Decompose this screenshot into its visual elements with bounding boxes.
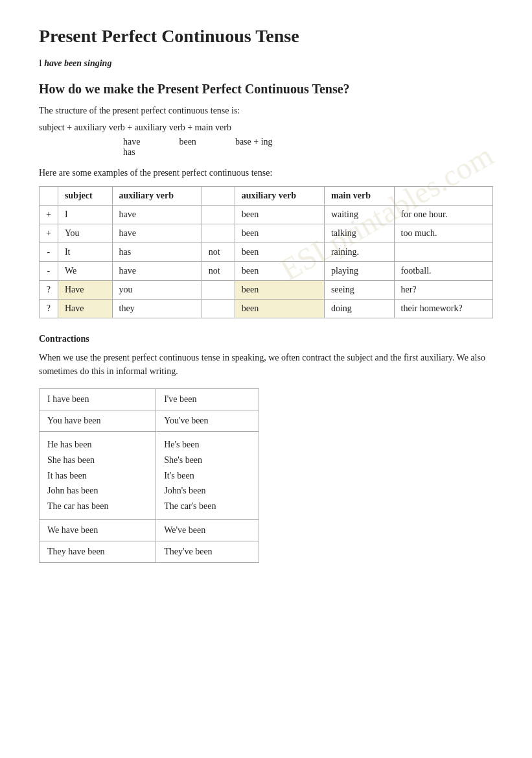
have-has-col: have has [123, 137, 140, 158]
extra-cell [394, 243, 493, 262]
full-form-cell: He has beenShe has beenIt has beenJohn h… [40, 432, 156, 520]
col-header-subject: subject [58, 187, 112, 206]
extra-cell: her? [394, 281, 493, 300]
contracted-form-cell: I've been [156, 389, 259, 410]
aux2-cell: been [235, 300, 324, 318]
contraction-row: I have been I've been [40, 389, 259, 410]
aux1-cell: you [112, 281, 202, 300]
contraction-row: We have been We've been [40, 519, 259, 541]
main-verb-cell: seeing [324, 281, 394, 300]
aux1-cell: have [112, 262, 202, 281]
col-header-blank [202, 187, 235, 206]
aux2-cell: been [235, 224, 324, 243]
been-label: been [179, 137, 196, 147]
col-header-aux2: auxiliary verb [235, 187, 324, 206]
not-cell: not [202, 262, 235, 281]
section1-heading: How do we make the Present Perfect Conti… [39, 82, 493, 97]
extra-cell: football. [394, 262, 493, 281]
main-verb-cell: waiting [324, 206, 394, 224]
full-form-cell: They have been [40, 541, 156, 562]
structure-detail: have has been base + ing [123, 137, 493, 158]
main-verb-cell: raining. [324, 243, 394, 262]
extra-cell: for one hour. [394, 206, 493, 224]
table-row: - It has not been raining. [40, 243, 493, 262]
subject-cell: Have [58, 300, 112, 318]
sign-cell: - [40, 262, 58, 281]
not-cell [202, 281, 235, 300]
sign-cell: + [40, 224, 58, 243]
structure-description: The structure of the present perfect con… [39, 106, 493, 116]
have-label: have [123, 137, 140, 147]
subtitle-italic: have been singing [44, 58, 111, 68]
contraction-row: You have been You've been [40, 410, 259, 432]
contraction-row: They have been They've been [40, 541, 259, 562]
contracted-form-cell: You've been [156, 410, 259, 432]
col-header-sign [40, 187, 58, 206]
base-ing-col: base + ing [235, 137, 273, 158]
contracted-form-cell: He's beenShe's beenIt's beenJohn's beenT… [156, 432, 259, 520]
subject-cell: It [58, 243, 112, 262]
subtitle: I have been singing [39, 58, 493, 69]
subject-cell: I [58, 206, 112, 224]
full-form-cell: You have been [40, 410, 156, 432]
extra-cell: their homework? [394, 300, 493, 318]
aux2-cell: been [235, 281, 324, 300]
examples-table: subject auxiliary verb auxiliary verb ma… [39, 186, 493, 318]
aux2-cell: been [235, 262, 324, 281]
table-row: + I have been waiting for one hour. [40, 206, 493, 224]
not-cell [202, 206, 235, 224]
contracted-form-cell: They've been [156, 541, 259, 562]
table-row: ? Have you been seeing her? [40, 281, 493, 300]
subject-cell: Have [58, 281, 112, 300]
full-form-cell: We have been [40, 519, 156, 541]
not-cell [202, 224, 235, 243]
contraction-row: He has beenShe has beenIt has beenJohn h… [40, 432, 259, 520]
sign-cell: ? [40, 300, 58, 318]
col-header-main: main verb [324, 187, 394, 206]
main-verb-cell: playing [324, 262, 394, 281]
been-col: been [179, 137, 196, 158]
contractions-description: When we use the present perfect continuo… [39, 351, 493, 378]
not-cell: not [202, 243, 235, 262]
page-title: Present Perfect Continuous Tense [39, 26, 493, 47]
col-header-extra [394, 187, 493, 206]
aux1-cell: has [112, 243, 202, 262]
subtitle-plain: I [39, 58, 42, 68]
not-cell [202, 300, 235, 318]
aux2-cell: been [235, 206, 324, 224]
aux1-cell: they [112, 300, 202, 318]
subject-cell: We [58, 262, 112, 281]
sign-cell: + [40, 206, 58, 224]
full-form-cell: I have been [40, 389, 156, 410]
contractions-title: Contractions [39, 334, 493, 344]
aux1-cell: have [112, 206, 202, 224]
main-verb-cell: talking [324, 224, 394, 243]
has-label: has [123, 147, 140, 158]
contracted-form-cell: We've been [156, 519, 259, 541]
subject-cell: You [58, 224, 112, 243]
sign-cell: ? [40, 281, 58, 300]
extra-cell: too much. [394, 224, 493, 243]
col-header-aux1: auxiliary verb [112, 187, 202, 206]
aux2-cell: been [235, 243, 324, 262]
table-row: - We have not been playing football. [40, 262, 493, 281]
base-ing-label: base + ing [235, 137, 273, 147]
structure-formula: subject + auxiliary verb + auxiliary ver… [39, 123, 493, 133]
aux1-cell: have [112, 224, 202, 243]
table-row: + You have been talking too much. [40, 224, 493, 243]
table-row: ? Have they been doing their homework? [40, 300, 493, 318]
sign-cell: - [40, 243, 58, 262]
examples-intro: Here are some examples of the present pe… [39, 168, 493, 178]
contractions-table: I have been I've been You have been You'… [39, 388, 259, 563]
main-verb-cell: doing [324, 300, 394, 318]
